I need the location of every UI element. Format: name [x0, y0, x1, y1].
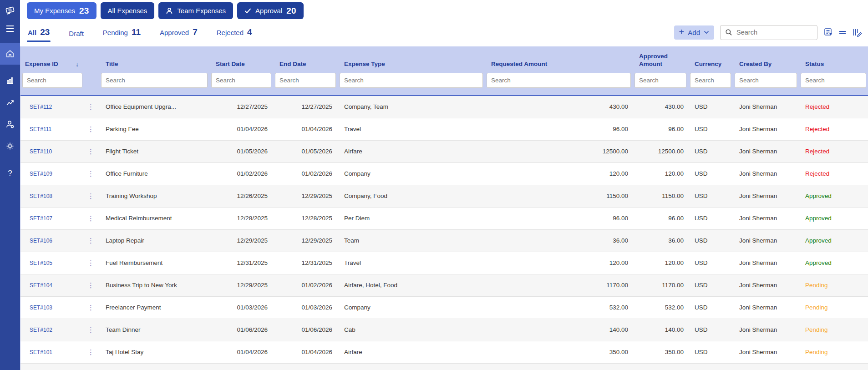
row-menu-icon[interactable]: ⋮	[84, 274, 99, 296]
filter-currency[interactable]	[690, 73, 731, 88]
sidebar-item-settings[interactable]	[0, 137, 20, 156]
sidebar-item-user-management[interactable]	[0, 115, 20, 134]
filter-tab-all[interactable]: All 23	[27, 22, 51, 43]
row-menu-icon[interactable]: ⋮	[84, 319, 99, 341]
end-date-cell: 12/31/2025	[273, 252, 338, 274]
expense-id-link[interactable]: SET#106	[20, 229, 84, 252]
expense-row[interactable]: SET#104⋮Business Trip to New York12/29/2…	[20, 274, 868, 296]
created-by-cell: Joni Sherman	[733, 252, 799, 274]
filter-tab-pending[interactable]: Pending 11	[102, 22, 142, 43]
row-menu-icon[interactable]: ⋮	[84, 162, 99, 185]
expense-row[interactable]: SET#103⋮Freelancer Payment01/03/202601/0…	[20, 296, 868, 319]
row-menu-icon[interactable]: ⋮	[84, 140, 99, 162]
created-by-cell: Joni Sherman	[733, 185, 799, 207]
col-header-created-by[interactable]: Created By	[733, 46, 799, 73]
expense-type-cell: Cab	[338, 319, 485, 341]
expense-row[interactable]: SET#106⋮Laptop Repair12/29/202512/29/202…	[20, 229, 868, 252]
expense-id-link[interactable]: SET#110	[20, 140, 84, 162]
col-header-requested-amount[interactable]: Requested Amount	[485, 46, 633, 73]
row-menu-icon[interactable]: ⋮	[84, 341, 99, 363]
requested-amount-cell: 120.00	[485, 252, 633, 274]
col-header-expense-id[interactable]: Expense ID ↓	[20, 46, 84, 73]
col-header-end-date[interactable]: End Date	[273, 46, 338, 73]
expense-id-link[interactable]: SET#108	[20, 185, 84, 207]
row-lines-icon[interactable]	[838, 27, 847, 37]
trend-line-icon	[5, 98, 15, 107]
filter-start-date[interactable]	[211, 73, 271, 88]
expense-type-cell: Airfare, Hotel, Food	[338, 274, 485, 296]
sidebar-item-help[interactable]: ?	[0, 164, 20, 183]
filter-status[interactable]	[801, 73, 866, 88]
menu-icon[interactable]	[0, 19, 20, 38]
sidebar-item-analytics[interactable]	[0, 71, 20, 90]
expense-id-link[interactable]: SET#104	[20, 274, 84, 296]
row-menu-icon[interactable]: ⋮	[84, 185, 99, 207]
expense-id-link[interactable]: SET#111	[20, 118, 84, 140]
tab-all-expenses[interactable]: All Expenses	[101, 2, 155, 19]
expense-id-link[interactable]: SET#105	[20, 252, 84, 274]
expense-id-link[interactable]: SET#112	[20, 96, 84, 118]
expense-row[interactable]: SET#102⋮Team Dinner01/06/202601/06/2026C…	[20, 319, 868, 341]
expense-row[interactable]: SET#109⋮Office Furniture01/02/202601/02/…	[20, 162, 868, 185]
expense-row[interactable]: SET#112⋮Office Equipment Upgra...12/27/2…	[20, 96, 868, 118]
approved-amount-cell: 140.00	[633, 319, 688, 341]
row-menu-icon[interactable]: ⋮	[84, 296, 99, 319]
expense-row[interactable]: SET#111⋮Parking Fee01/04/202601/04/2026T…	[20, 118, 868, 140]
col-header-status[interactable]: Status	[799, 46, 868, 73]
filter-tab-rejected[interactable]: Rejected 4	[216, 22, 253, 43]
currency-cell: USD	[688, 207, 733, 229]
requested-amount-cell: 12500.00	[485, 140, 633, 162]
expense-id-link[interactable]: SET#101	[20, 341, 84, 363]
expense-row[interactable]: SET#108⋮Training Workshop12/26/202512/29…	[20, 185, 868, 207]
search-input[interactable]	[736, 29, 812, 36]
filter-list-icon[interactable]	[823, 27, 833, 37]
currency-cell: USD	[688, 96, 733, 118]
filter-expense-id[interactable]	[22, 73, 82, 88]
filter-created-by[interactable]	[735, 73, 797, 88]
filter-approved-amount[interactable]	[635, 73, 686, 88]
expense-id-link[interactable]: SET#107	[20, 207, 84, 229]
title-cell: Team Dinner	[99, 319, 209, 341]
filter-requested-amount[interactable]	[487, 73, 631, 88]
status-cell: Approved	[799, 229, 868, 252]
row-menu-icon[interactable]: ⋮	[84, 96, 99, 118]
filter-tab-draft[interactable]: Draft	[68, 24, 85, 43]
expense-table: Expense ID ↓ Title Start Date End Date E…	[20, 46, 868, 363]
expense-id-link[interactable]: SET#109	[20, 162, 84, 185]
expense-row[interactable]: SET#105⋮Fuel Reimbursement12/31/202512/3…	[20, 252, 868, 274]
edit-columns-icon[interactable]	[852, 27, 863, 37]
filter-title[interactable]	[101, 73, 208, 88]
currency-cell: USD	[688, 296, 733, 319]
col-header-approved-amount[interactable]: Approved Amount	[633, 46, 688, 73]
tab-my-expenses[interactable]: My Expenses 23	[27, 2, 96, 19]
tab-team-expenses[interactable]: Team Expenses	[158, 2, 233, 19]
tab-approval[interactable]: Approval 20	[237, 2, 304, 19]
expense-id-link[interactable]: SET#102	[20, 319, 84, 341]
expense-row[interactable]: SET#101⋮Taj Hotel Stay01/04/202601/04/20…	[20, 341, 868, 363]
row-menu-icon[interactable]: ⋮	[84, 118, 99, 140]
person-icon	[166, 7, 173, 15]
col-header-expense-type[interactable]: Expense Type	[338, 46, 485, 73]
row-menu-icon[interactable]: ⋮	[84, 229, 99, 252]
col-header-title[interactable]: Title	[99, 46, 209, 73]
row-menu-icon[interactable]: ⋮	[84, 207, 99, 229]
expense-id-link[interactable]: SET#103	[20, 296, 84, 319]
expense-type-cell: Company	[338, 162, 485, 185]
filter-tab-approved[interactable]: Approved 7	[159, 22, 198, 43]
help-icon: ?	[8, 169, 12, 178]
row-menu-icon[interactable]: ⋮	[84, 252, 99, 274]
col-header-currency[interactable]: Currency	[688, 46, 733, 73]
expense-row[interactable]: SET#110⋮Flight Ticket01/05/202601/05/202…	[20, 140, 868, 162]
approved-amount-cell: 12500.00	[633, 140, 688, 162]
search-icon	[725, 29, 732, 36]
filter-end-date[interactable]	[275, 73, 336, 88]
col-header-start-date[interactable]: Start Date	[209, 46, 273, 73]
approved-amount-cell: 96.00	[633, 207, 688, 229]
add-button[interactable]: + Add	[674, 25, 714, 40]
filter-expense-type[interactable]	[340, 73, 483, 88]
approved-amount-cell: 430.00	[633, 96, 688, 118]
global-search	[720, 25, 817, 40]
sidebar-item-home[interactable]	[0, 43, 20, 65]
expense-row[interactable]: SET#107⋮Medical Reimbursement12/28/20251…	[20, 207, 868, 229]
sidebar-item-reports[interactable]	[0, 93, 20, 112]
